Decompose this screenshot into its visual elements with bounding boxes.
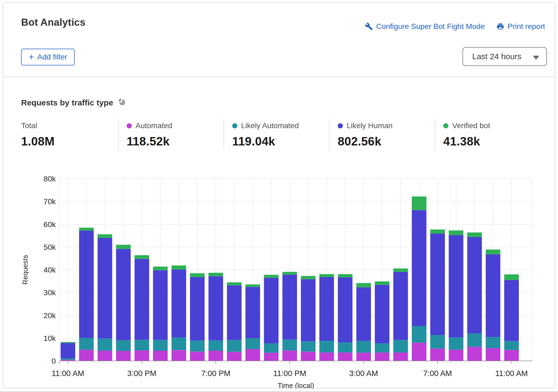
bar-segment-verified-bot — [467, 232, 482, 237]
configure-link-label: Configure Super Bot Fight Mode — [376, 22, 485, 31]
section-heading-row: Requests by traffic type — [21, 98, 126, 107]
bar-segment-verified-bot — [504, 274, 519, 280]
bar-segment-verified-bot — [319, 274, 334, 277]
bar-segment-likely-human — [283, 275, 297, 340]
bar-segment-verified-bot — [356, 283, 371, 287]
bar-segment-likely-automated — [264, 343, 278, 353]
bar-segment-likely-human — [190, 277, 205, 340]
add-filter-button[interactable]: + Add filter — [21, 49, 75, 65]
bar-segment-verified-bot — [227, 282, 242, 285]
bar-segment-verified-bot — [61, 342, 75, 343]
bar-segment-automated — [153, 351, 168, 361]
bar-segment-automated — [79, 350, 94, 361]
traffic-stats-row: Total 1.08M Automated 118.52k Likely Aut… — [21, 119, 540, 150]
stat-automated-value: 118.52k — [127, 135, 221, 148]
verified-bot-legend-dot — [443, 123, 448, 128]
time-range-dropdown[interactable]: Last 24 hours — [462, 47, 547, 66]
configure-super-bot-fight-mode-link[interactable]: Configure Super Bot Fight Mode — [365, 22, 485, 31]
y-tick-label: 10k — [44, 334, 56, 343]
bar-segment-verified-bot — [338, 274, 353, 277]
bar-segment-automated — [375, 353, 389, 361]
bar-segment-likely-human — [98, 238, 112, 338]
stat-verified-bot-value: 41.38k — [443, 135, 537, 148]
stat-automated: Automated 118.52k — [118, 119, 224, 150]
bar-segment-likely-human — [301, 279, 316, 341]
stat-total-label: Total — [21, 121, 37, 130]
bar-segment-likely-automated — [375, 343, 389, 353]
bar-segment-likely-automated — [283, 340, 297, 350]
bar-segment-likely-human — [319, 277, 334, 341]
bar-segment-verified-bot — [172, 265, 186, 270]
bar-segment-likely-automated — [338, 343, 353, 353]
bar-segment-verified-bot — [98, 234, 112, 238]
bar-segment-verified-bot — [301, 276, 316, 279]
bar-segment-automated — [227, 352, 242, 361]
wrench-icon — [365, 22, 373, 31]
traffic-chart: 010k20k30k40k50k60k70k80k11:00 AM3:00 PM… — [18, 171, 541, 388]
x-tick-label: 7:00 PM — [201, 369, 230, 378]
bar-segment-likely-human — [245, 287, 260, 338]
bar-segment-automated — [134, 350, 149, 361]
bar-segment-verified-bot — [412, 197, 426, 210]
bar-segment-verified-bot — [245, 284, 260, 287]
bot-analytics-card: Bot Analytics Configure Super Bot Fight … — [3, 2, 555, 388]
header-divider — [3, 77, 555, 77]
bar-segment-likely-human — [338, 277, 353, 343]
likely-human-legend-dot — [338, 123, 343, 128]
x-tick-label: 3:00 AM — [349, 369, 378, 378]
bar-segment-verified-bot — [264, 275, 278, 278]
bar-segment-likely-human — [208, 276, 223, 341]
bar-segment-automated — [190, 351, 205, 361]
bar-segment-verified-bot — [430, 230, 445, 234]
bar-segment-likely-human — [264, 278, 278, 343]
chevron-down-icon — [533, 56, 539, 60]
bar-segment-likely-automated — [208, 340, 223, 351]
pie-chart-icon — [118, 98, 126, 107]
automated-legend-dot — [127, 123, 132, 128]
bar-segment-verified-bot — [283, 272, 297, 275]
bar-segment-automated — [319, 353, 334, 361]
section-heading: Requests by traffic type — [21, 98, 113, 107]
bar-segment-likely-human — [356, 287, 371, 341]
bar-segment-likely-automated — [61, 358, 75, 360]
y-tick-label: 30k — [44, 288, 56, 297]
y-tick-label: 50k — [44, 243, 56, 251]
stat-total-value: 1.08M — [21, 135, 115, 148]
stat-total: Total 1.08M — [21, 119, 118, 150]
print-report-link[interactable]: Print report — [496, 22, 545, 31]
y-tick-label: 80k — [44, 175, 56, 183]
bar-segment-automated — [356, 353, 371, 361]
x-axis-title: Time (local) — [278, 381, 314, 388]
stat-likely-automated-label: Likely Automated — [241, 121, 299, 130]
bar-segment-automated — [467, 347, 482, 361]
printer-icon — [496, 22, 504, 31]
bar-segment-automated — [412, 343, 426, 361]
bar-segment-likely-automated — [245, 338, 260, 349]
x-tick-label: 11:00 PM — [273, 369, 306, 378]
time-range-value: Last 24 hours — [472, 52, 521, 61]
bar-segment-automated — [172, 350, 186, 361]
bar-segment-verified-bot — [153, 267, 168, 270]
bar-segment-verified-bot — [79, 228, 94, 231]
bar-segment-likely-human — [467, 237, 482, 333]
x-tick-label: 3:00 PM — [127, 369, 156, 378]
bar-segment-likely-human — [504, 280, 519, 341]
header-links: Configure Super Bot Fight Mode Print rep… — [365, 22, 545, 31]
bar-segment-likely-human — [227, 285, 242, 340]
y-tick-label: 20k — [44, 311, 56, 320]
bar-segment-automated — [98, 351, 112, 361]
bar-segment-verified-bot — [116, 245, 131, 249]
stat-likely-automated-value: 119.04k — [232, 135, 326, 148]
bar-segment-verified-bot — [375, 281, 389, 285]
bar-segment-likely-human — [486, 254, 500, 337]
bar-segment-likely-automated — [98, 338, 112, 351]
bar-segment-likely-automated — [153, 340, 168, 351]
bar-segment-likely-human — [134, 259, 149, 340]
bar-segment-likely-automated — [467, 333, 482, 347]
bar-segment-verified-bot — [393, 268, 408, 272]
bar-segment-automated — [264, 353, 278, 361]
bar-segment-likely-automated — [430, 335, 445, 349]
bar-segment-likely-automated — [301, 341, 316, 352]
bar-segment-automated — [245, 349, 260, 361]
bar-segment-automated — [430, 349, 445, 361]
